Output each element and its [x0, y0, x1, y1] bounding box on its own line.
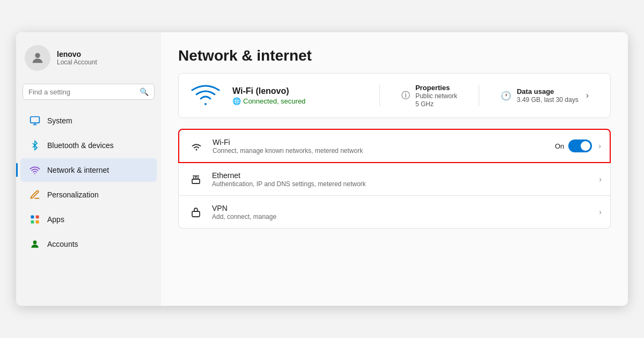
wifi-toggle[interactable]: [568, 139, 592, 152]
sidebar-item-bluetooth-label: Bluetooth & devices: [47, 141, 114, 150]
search-input[interactable]: [28, 88, 135, 96]
properties-label: Properties: [415, 84, 457, 92]
apps-icon: [29, 214, 41, 225]
settings-window: lenovo Local Account 🔍 System: [16, 32, 628, 306]
avatar: [25, 45, 50, 71]
accounts-icon: [29, 238, 41, 250]
network-type: Public network: [415, 92, 457, 100]
wifi-frequency: 5 GHz: [415, 100, 457, 108]
vpn-setting-name: VPN: [212, 204, 589, 212]
svg-rect-7: [36, 221, 39, 224]
wifi-setting-text: Wi-Fi Connect, manage known networks, me…: [213, 138, 547, 155]
sidebar-item-accounts-label: Accounts: [47, 240, 78, 248]
ethernet-setting-row[interactable]: Ethernet Authentication, IP and DNS sett…: [178, 163, 611, 196]
vpn-setting-row[interactable]: VPN Add, connect, manage ›: [178, 196, 611, 229]
svg-rect-15: [192, 211, 200, 217]
wifi-toggle-label: On: [555, 142, 564, 150]
sidebar-item-apps[interactable]: Apps: [20, 208, 157, 231]
sidebar-item-network[interactable]: Network & internet: [20, 158, 157, 182]
ethernet-setting-controls: ›: [597, 175, 602, 183]
sidebar-item-bluetooth[interactable]: Bluetooth & devices: [20, 134, 157, 157]
sidebar-item-accounts[interactable]: Accounts: [20, 232, 157, 256]
sidebar-item-network-label: Network & internet: [47, 166, 109, 174]
svg-rect-10: [192, 179, 200, 183]
wifi-setting-name: Wi-Fi: [213, 138, 547, 146]
settings-list: Wi-Fi Connect, manage known networks, me…: [161, 129, 628, 237]
user-info: lenovo Local Account: [57, 50, 97, 66]
wifi-large-icon: [189, 82, 222, 109]
wifi-setting-icon: [188, 137, 205, 155]
banner-divider-2: [479, 85, 479, 106]
nav-list: System Bluetooth & devices: [16, 106, 161, 306]
wifi-setting-controls[interactable]: On ›: [555, 139, 601, 152]
bluetooth-icon: [29, 139, 41, 151]
wifi-properties[interactable]: ⓘ Properties Public network 5 GHz: [391, 84, 468, 108]
data-usage-chevron: ›: [586, 91, 589, 100]
wifi-ssid: Wi-Fi (lenovo): [232, 86, 369, 96]
personalization-icon: [29, 189, 41, 201]
system-icon: [29, 115, 41, 127]
wifi-setting-desc: Connect, manage known networks, metered …: [213, 147, 547, 155]
main-content: Network & internet Wi-Fi (lenovo) 🌐 Co: [161, 32, 628, 306]
sidebar-item-apps-label: Apps: [47, 215, 64, 224]
page-title: Network & internet: [178, 47, 611, 64]
ethernet-chevron: ›: [599, 175, 602, 183]
ethernet-setting-text: Ethernet Authentication, IP and DNS sett…: [212, 171, 589, 188]
data-usage-value: 3.49 GB, last 30 days: [517, 96, 579, 104]
vpn-chevron: ›: [599, 208, 602, 216]
svg-rect-6: [31, 221, 34, 224]
wifi-chevron: ›: [598, 142, 601, 150]
wifi-banner[interactable]: Wi-Fi (lenovo) 🌐 Connected, secured ⓘ Pr…: [178, 73, 611, 118]
wifi-data-usage[interactable]: 🕐 Data usage 3.49 GB, last 30 days ›: [490, 87, 599, 104]
ethernet-setting-desc: Authentication, IP and DNS settings, met…: [212, 180, 589, 188]
wifi-setting-row[interactable]: Wi-Fi Connect, manage known networks, me…: [178, 129, 611, 163]
sidebar-item-system-label: System: [47, 116, 72, 125]
ethernet-setting-name: Ethernet: [212, 171, 589, 180]
wifi-status: 🌐 Connected, secured: [232, 97, 369, 105]
sidebar-item-personalization[interactable]: Personalization: [20, 183, 157, 207]
info-icon: ⓘ: [401, 90, 410, 101]
globe-icon: 🌐: [232, 97, 241, 105]
network-icon: [29, 164, 41, 176]
sidebar-item-system[interactable]: System: [20, 109, 157, 133]
wifi-info: Wi-Fi (lenovo) 🌐 Connected, secured: [232, 86, 369, 105]
vpn-setting-icon: [187, 203, 204, 221]
svg-point-0: [35, 53, 40, 58]
data-usage-label: Data usage: [517, 87, 579, 95]
svg-rect-4: [31, 216, 34, 219]
svg-rect-5: [36, 216, 39, 219]
ethernet-setting-icon: [187, 171, 204, 188]
data-usage-icon: 🕐: [501, 91, 511, 101]
svg-rect-1: [31, 117, 40, 123]
banner-divider-1: [379, 85, 380, 106]
vpn-setting-desc: Add, connect, manage: [212, 213, 589, 221]
user-account-type: Local Account: [57, 58, 97, 66]
user-profile[interactable]: lenovo Local Account: [16, 32, 161, 79]
vpn-setting-text: VPN Add, connect, manage: [212, 204, 589, 221]
svg-point-8: [33, 240, 37, 244]
sidebar-item-personalization-label: Personalization: [47, 190, 99, 199]
sidebar: lenovo Local Account 🔍 System: [16, 32, 161, 306]
search-box[interactable]: 🔍: [23, 84, 155, 100]
vpn-setting-controls: ›: [597, 208, 602, 216]
user-name: lenovo: [57, 50, 97, 58]
search-icon: 🔍: [140, 87, 149, 96]
svg-point-9: [196, 149, 197, 151]
page-header: Network & internet Wi-Fi (lenovo) 🌐 Co: [161, 32, 628, 129]
